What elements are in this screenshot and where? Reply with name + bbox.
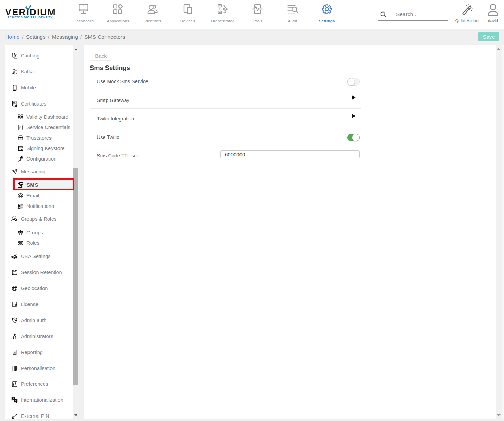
svg-text:A: A (15, 400, 17, 402)
